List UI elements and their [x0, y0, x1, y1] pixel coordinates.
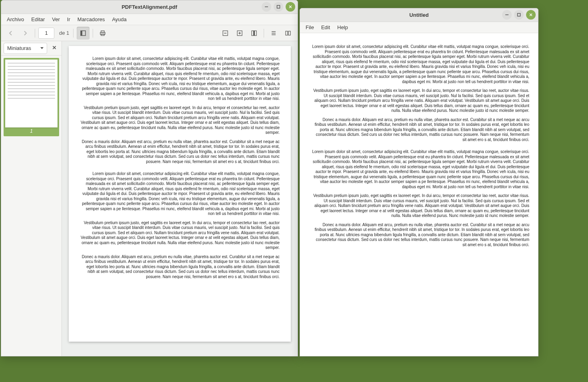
toolbar-separator	[73, 29, 74, 38]
paragraph: Lorem ipsum dolor sit amet, consectetur …	[80, 56, 280, 101]
editor-menubar: File Edit Help	[300, 22, 538, 33]
dual-page-button[interactable]	[282, 27, 294, 40]
toolbar-separator	[264, 29, 264, 38]
close-button[interactable]	[526, 10, 536, 20]
paragraph: Vestibulum pretium ipsum justo, eget sag…	[80, 105, 280, 135]
paragraph: Vestibulum pretium ipsum justo, eget sag…	[80, 221, 280, 251]
close-sidepane-button[interactable]	[49, 43, 60, 54]
pdf-toolbar: de 1	[1, 25, 298, 41]
side-mode-select[interactable]: Miniaturas	[4, 43, 47, 54]
svg-rect-5	[81, 31, 82, 36]
svg-rect-15	[253, 31, 255, 36]
paragraph: Lorem ipsum dolor sit amet, consectetur …	[311, 149, 529, 189]
zoom-out-button[interactable]	[219, 27, 232, 40]
paragraph: Lorem ipsum dolor sit amet, consectetur …	[80, 171, 280, 217]
view-options-button[interactable]	[267, 27, 280, 40]
menu-help[interactable]: Help	[334, 23, 351, 32]
maximize-button[interactable]	[514, 10, 524, 20]
pdf-viewer-window: PDFTextAlignment.pdf Archivo Editar Ver …	[1, 0, 298, 356]
pdf-menubar: Archivo Editar Ver Ir Marcadores Ayuda	[1, 14, 298, 25]
minimize-button[interactable]	[502, 10, 512, 20]
thumbnail-preview	[5, 60, 58, 127]
paragraph: Vestibulum pretium ipsum justo, eget sag…	[311, 193, 529, 219]
sidebar-toggle-button[interactable]	[77, 27, 89, 40]
thumbnail-item[interactable]: 1	[4, 58, 59, 136]
editor-window-title: Untitled	[409, 12, 429, 18]
svg-rect-8	[101, 34, 104, 36]
svg-rect-19	[286, 31, 288, 35]
menu-file[interactable]: Archivo	[4, 15, 27, 24]
nav-back-button[interactable]	[4, 27, 17, 40]
zoom-in-button[interactable]	[233, 27, 246, 40]
paragraph: Donec a mauris dolor. Aliquam est arcu, …	[80, 139, 280, 165]
pdf-window-controls	[262, 2, 295, 12]
chevron-down-icon	[40, 47, 44, 49]
paragraph: Donec a mauris dolor. Aliquam est arcu, …	[311, 117, 529, 143]
svg-rect-24	[518, 14, 520, 16]
pdf-page: Lorem ipsum dolor sit amet, consectetur …	[69, 46, 291, 342]
menu-file[interactable]: File	[302, 23, 317, 32]
editor-titlebar[interactable]: Untitled	[300, 8, 538, 22]
pdf-titlebar[interactable]: PDFTextAlignment.pdf	[1, 0, 298, 14]
menu-edit[interactable]: Editar	[28, 15, 48, 24]
pdf-window-title: PDFTextAlignment.pdf	[121, 4, 177, 10]
thumbnails-list[interactable]: 1	[1, 56, 62, 356]
document-viewport[interactable]: Lorem ipsum dolor sit amet, consectetur …	[62, 41, 298, 356]
svg-rect-1	[277, 6, 280, 8]
menu-go[interactable]: Ir	[64, 15, 74, 24]
thumbnails-pane: Miniaturas 1	[1, 41, 62, 356]
menu-help[interactable]: Ayuda	[109, 15, 130, 24]
editor-content[interactable]: Lorem ipsum dolor sit amet, consectetur …	[300, 33, 538, 356]
paragraph: Donec a mauris dolor. Aliquam est arcu, …	[311, 223, 529, 248]
minimize-button[interactable]	[262, 2, 271, 12]
paragraph: Vestibulum pretium ipsum justo, eget sag…	[311, 88, 529, 113]
thumbnail-number: 1	[5, 127, 58, 135]
print-button[interactable]	[96, 27, 109, 40]
nav-forward-button[interactable]	[19, 27, 32, 40]
toolbar-separator	[35, 29, 35, 38]
toolbar-separator	[93, 29, 93, 38]
fit-page-button[interactable]	[248, 27, 260, 40]
maximize-button[interactable]	[274, 2, 283, 12]
side-pane-header: Miniaturas	[1, 41, 62, 56]
menu-bookmarks[interactable]: Marcadores	[74, 15, 108, 24]
page-count-label: de 1	[56, 30, 70, 36]
svg-rect-20	[288, 31, 290, 35]
close-button[interactable]	[286, 2, 295, 12]
pdf-body: Miniaturas 1	[1, 41, 298, 356]
menu-view[interactable]: Ver	[49, 15, 63, 24]
paragraph: Donec a mauris dolor. Aliquam est arcu, …	[80, 255, 280, 280]
editor-window-controls	[502, 10, 536, 20]
menu-edit[interactable]: Edit	[318, 23, 333, 32]
text-editor-window: Untitled File Edit Help Lorem ipsum dolo…	[300, 8, 538, 356]
paragraph: Lorem ipsum dolor sit amet, consectetur …	[311, 44, 529, 84]
page-number-input[interactable]	[38, 28, 54, 39]
side-mode-label: Miniaturas	[7, 45, 31, 51]
